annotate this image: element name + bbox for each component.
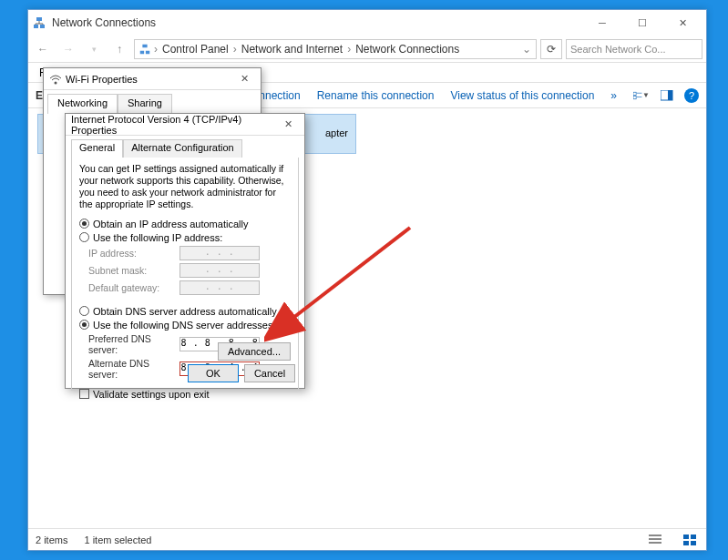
forward-button[interactable]: → <box>57 38 79 60</box>
close-button[interactable]: ✕ <box>662 10 702 36</box>
cmd-rename[interactable]: Rename this connection <box>317 89 435 102</box>
status-selected: 1 item selected <box>84 535 151 545</box>
maximize-button[interactable]: ☐ <box>622 10 662 36</box>
svg-rect-7 <box>637 92 642 93</box>
svg-rect-9 <box>637 97 642 97</box>
ipv4-dialog-titlebar: Internet Protocol Version 4 (TCP/IPv4) P… <box>66 114 304 136</box>
radio-dns-auto[interactable]: Obtain DNS server address automatically <box>79 306 291 317</box>
details-view-icon[interactable] <box>646 533 664 547</box>
radio-dns-manual[interactable]: Use the following DNS server addresses: <box>79 320 291 331</box>
ip-address-label: IP address: <box>88 248 179 259</box>
validate-label: Validate settings upon exit <box>93 389 210 400</box>
breadcrumb[interactable]: › Control Panel › Network and Internet ›… <box>134 39 537 59</box>
wifi-dialog-title: Wi-Fi Properties <box>66 74 233 85</box>
svg-rect-16 <box>691 535 696 539</box>
wifi-dialog-titlebar: Wi-Fi Properties ✕ <box>44 68 261 90</box>
minimize-button[interactable]: ─ <box>582 10 622 36</box>
dialog-buttons: OK Cancel <box>188 364 295 382</box>
wifi-close-button[interactable]: ✕ <box>233 70 255 88</box>
radio-dns-auto-label: Obtain DNS server address automatically <box>93 306 277 317</box>
refresh-button[interactable]: ⟳ <box>540 39 562 59</box>
svg-point-19 <box>55 81 57 84</box>
large-icons-view-icon[interactable] <box>681 533 699 547</box>
svg-rect-6 <box>633 92 636 95</box>
svg-rect-12 <box>649 535 661 536</box>
svg-rect-14 <box>649 542 661 544</box>
cancel-button[interactable]: Cancel <box>244 364 295 382</box>
svg-rect-17 <box>683 541 689 545</box>
svg-rect-3 <box>140 50 144 54</box>
svg-rect-2 <box>36 17 42 21</box>
svg-rect-13 <box>649 538 661 540</box>
breadcrumb-dropdown[interactable]: ⌄ <box>521 43 532 56</box>
radio-ip-auto[interactable]: Obtain an IP address automatically <box>79 219 291 229</box>
radio-ip-manual-label: Use the following IP address: <box>93 232 222 243</box>
svg-rect-18 <box>691 541 696 545</box>
recent-dropdown[interactable]: ▾ <box>83 38 105 60</box>
ipv4-helptext: You can get IP settings assigned automat… <box>79 163 291 211</box>
view-options-icon[interactable]: ▼ <box>633 87 650 104</box>
titlebar: Network Connections ─ ☐ ✕ <box>28 10 706 36</box>
svg-rect-15 <box>683 535 689 539</box>
preview-pane-icon[interactable] <box>659 87 675 104</box>
wifi-icon <box>49 73 62 86</box>
crumb-control-panel[interactable]: Control Panel <box>160 43 231 56</box>
ipv4-panel: You can get IP settings assigned automat… <box>71 158 299 391</box>
search-placeholder: Search Network Co... <box>570 44 666 55</box>
status-items: 2 items <box>36 535 67 545</box>
subnet-mask-input: . . . <box>179 263 260 278</box>
ipv4-tabs: General Alternate Configuration <box>71 139 299 158</box>
svg-rect-1 <box>40 25 45 28</box>
crumb-network-connections[interactable]: Network Connections <box>354 43 461 56</box>
wifi-tabs: Networking Sharing <box>47 94 257 114</box>
up-button[interactable]: ↑ <box>108 38 130 60</box>
svg-rect-8 <box>633 96 636 98</box>
tab-sharing[interactable]: Sharing <box>118 94 172 114</box>
ok-button[interactable]: OK <box>188 364 239 382</box>
svg-rect-5 <box>142 44 147 47</box>
validate-checkbox[interactable]: Validate settings upon exit <box>79 389 291 400</box>
radio-ip-auto-label: Obtain an IP address automatically <box>93 219 248 229</box>
window-title: Network Connections <box>52 16 156 29</box>
adapter-label: apter <box>325 127 348 138</box>
ipv4-properties-dialog: Internet Protocol Version 4 (TCP/IPv4) P… <box>65 113 305 389</box>
radio-ip-manual[interactable]: Use the following IP address: <box>79 232 291 243</box>
back-button[interactable]: ← <box>32 38 54 60</box>
tab-alternate[interactable]: Alternate Configuration <box>123 139 242 158</box>
svg-rect-0 <box>34 25 38 28</box>
statusbar: 2 items 1 item selected <box>28 528 706 550</box>
svg-rect-4 <box>146 50 149 54</box>
subnet-mask-label: Subnet mask: <box>88 265 179 276</box>
ipv4-dialog-title: Internet Protocol Version 4 (TCP/IPv4) P… <box>71 114 277 136</box>
svg-rect-11 <box>668 90 672 100</box>
cmd-view-status[interactable]: View status of this connection <box>450 89 594 102</box>
advanced-button[interactable]: Advanced... <box>218 342 291 361</box>
help-icon[interactable]: ? <box>684 88 699 103</box>
cmd-more[interactable]: » <box>610 89 617 102</box>
ipv4-close-button[interactable]: ✕ <box>277 116 299 134</box>
gateway-label: Default gateway: <box>88 282 179 293</box>
crumb-network-internet[interactable]: Network and Internet <box>240 43 344 56</box>
radio-dns-manual-label: Use the following DNS server addresses: <box>93 320 276 331</box>
gateway-input: . . . <box>179 280 260 295</box>
ip-address-input: . . . <box>179 246 260 260</box>
tab-networking[interactable]: Networking <box>47 94 118 114</box>
tab-general[interactable]: General <box>71 139 123 158</box>
search-input[interactable]: Search Network Co... <box>566 39 702 59</box>
network-icon <box>32 15 46 30</box>
network-icon <box>138 43 151 56</box>
pref-dns-label: Preferred DNS server: <box>88 333 179 355</box>
navbar: ← → ▾ ↑ › Control Panel › Network and In… <box>28 36 706 63</box>
alt-dns-label: Alternate DNS server: <box>88 358 179 380</box>
